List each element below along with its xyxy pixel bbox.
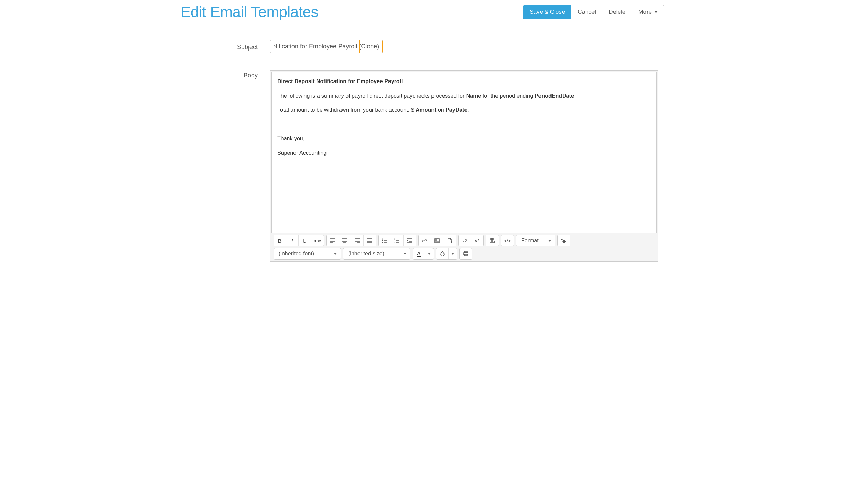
subject-row: Subject <box>181 40 664 53</box>
body-label: Body <box>181 70 270 79</box>
clear-group <box>557 235 570 246</box>
var-amount: Amount <box>416 107 436 113</box>
subject-label: Subject <box>181 42 270 51</box>
subject-input[interactable] <box>274 43 379 50</box>
delete-button[interactable]: Delete <box>602 5 632 19</box>
editor-toolbar-row-1: B I U abc <box>271 233 657 247</box>
font-color-dropdown[interactable] <box>425 248 434 259</box>
print-group <box>459 248 472 260</box>
droplet-icon <box>440 251 445 256</box>
svg-point-1 <box>382 240 383 241</box>
align-left-button[interactable] <box>327 235 339 246</box>
font-color-split: A <box>413 248 434 260</box>
text-style-group: B I U abc <box>274 235 324 246</box>
var-period-end-date: PeriodEndDate <box>535 93 574 99</box>
unordered-list-button[interactable] <box>379 235 391 246</box>
align-center-button[interactable] <box>339 235 351 246</box>
more-button-label: More <box>638 9 652 15</box>
font-family-select[interactable]: (inherited font) <box>274 248 341 260</box>
code-button[interactable]: </> <box>501 235 514 246</box>
format-select-label: Format <box>521 238 539 244</box>
image-button[interactable] <box>431 235 443 246</box>
body-line4: Superior Accounting <box>277 150 327 156</box>
editor-frame: Direct Deposit Notification for Employee… <box>270 70 658 262</box>
font-color-icon: A <box>417 250 421 257</box>
subject-input-container <box>270 40 383 53</box>
caret-down-icon <box>451 253 454 255</box>
svg-rect-6 <box>435 239 439 243</box>
clear-formatting-button[interactable] <box>558 235 570 246</box>
indent-button[interactable] <box>404 235 416 246</box>
page-header: Edit Email Templates Save & Close Cancel… <box>181 3 664 29</box>
code-group: </> <box>501 235 514 246</box>
body-heading: Direct Deposit Notification for Employee… <box>277 78 403 84</box>
highlight-color-split <box>436 248 457 260</box>
svg-point-0 <box>382 239 383 240</box>
superscript-button[interactable]: x2 <box>471 235 483 246</box>
editor-content[interactable]: Direct Deposit Notification for Employee… <box>271 72 657 233</box>
cancel-button[interactable]: Cancel <box>571 5 602 19</box>
body-line3: Thank you, <box>277 135 304 141</box>
underline-button[interactable]: U <box>299 235 311 246</box>
font-size-label: (inherited size) <box>348 251 384 257</box>
caret-down-icon <box>334 253 337 255</box>
svg-text:3: 3 <box>394 241 395 243</box>
bold-button[interactable]: B <box>274 235 286 246</box>
editor-wrap: Direct Deposit Notification for Employee… <box>270 70 658 262</box>
body-row: Body Direct Deposit Notification for Emp… <box>181 70 664 262</box>
caret-down-icon <box>428 253 431 255</box>
editor-toolbar-row-2: (inherited font) (inherited size) A <box>271 247 657 260</box>
font-family-label: (inherited font) <box>279 251 314 257</box>
highlight-color-dropdown[interactable] <box>449 248 457 259</box>
print-icon <box>463 251 469 256</box>
body-line1-a: The following is a summary of payroll di… <box>277 93 466 99</box>
align-group <box>326 235 376 246</box>
print-button[interactable] <box>460 248 472 259</box>
body-line1-punct: : <box>574 93 576 99</box>
body-line2-punct: . <box>467 107 469 113</box>
body-line2-b: on <box>436 107 446 113</box>
ordered-list-button[interactable]: 123 <box>391 235 404 246</box>
more-button[interactable]: More <box>632 5 664 19</box>
align-justify-button[interactable] <box>364 235 376 246</box>
format-select[interactable]: Format <box>516 235 555 246</box>
caret-down-icon <box>654 11 658 13</box>
insert-group <box>418 235 456 246</box>
save-close-button[interactable]: Save & Close <box>523 5 571 19</box>
body-line2-a: Total amount to be withdrawn from your b… <box>277 107 416 113</box>
body-line1-b: for the period ending <box>481 93 535 99</box>
var-paydate: PayDate <box>446 107 467 113</box>
var-name: Name <box>466 93 481 99</box>
strikethrough-button[interactable]: abc <box>311 235 324 246</box>
align-right-button[interactable] <box>351 235 364 246</box>
highlight-color-button[interactable] <box>436 248 449 259</box>
caret-down-icon <box>548 240 552 242</box>
link-button[interactable] <box>419 235 431 246</box>
list-group: 123 <box>378 235 416 246</box>
svg-rect-8 <box>490 238 494 242</box>
subscript-button[interactable]: x2 <box>459 235 471 246</box>
italic-button[interactable]: I <box>286 235 299 246</box>
action-button-group: Save & Close Cancel Delete More <box>523 5 664 19</box>
script-group: x2 x2 <box>458 235 484 246</box>
table-group <box>486 235 499 246</box>
page-title: Edit Email Templates <box>181 3 318 21</box>
caret-down-icon <box>403 253 407 255</box>
table-button[interactable] <box>486 235 499 246</box>
font-size-select[interactable]: (inherited size) <box>343 248 410 260</box>
insert-file-button[interactable] <box>443 235 456 246</box>
svg-point-2 <box>382 242 383 243</box>
font-color-button[interactable]: A <box>413 248 425 259</box>
